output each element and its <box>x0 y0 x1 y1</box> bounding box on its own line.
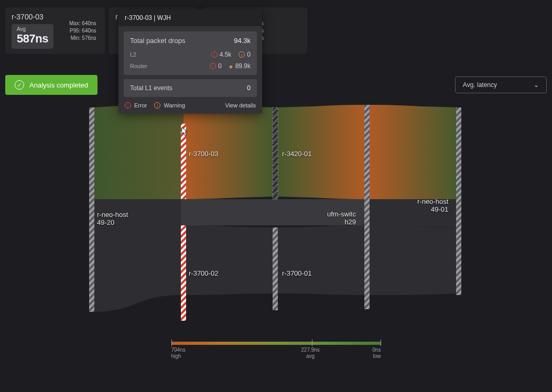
l1-events-block: Total L1 events 0 <box>124 79 257 97</box>
max: Max: 640ns <box>69 20 96 27</box>
error-icon: ! <box>211 51 218 58</box>
selector-label: Avg. latency <box>463 81 497 89</box>
legend-high-val: 704ns <box>171 347 186 353</box>
cards-row: r-3700-03 Avg 587ns Max: 640ns P95: 640n… <box>0 0 552 54</box>
legend-avg-label: avg <box>306 353 315 359</box>
metric-selector[interactable]: Avg. latency ⌄ <box>455 77 547 93</box>
svg-rect-6 <box>89 107 94 312</box>
legend-high-label: high <box>171 353 181 359</box>
l1-label: Total L1 events <box>130 84 172 92</box>
card-stats: Max: 640ns P95: 640ns Min: 576ns <box>69 20 96 42</box>
card-0[interactable]: r-3700-03 Avg 587ns Max: 640ns P95: 640n… <box>5 7 105 54</box>
svg-rect-9 <box>273 107 278 199</box>
row-label: Router <box>130 63 147 69</box>
svg-rect-12 <box>456 107 461 295</box>
warning-icon: i <box>154 102 160 108</box>
router-warn: 89.9k <box>235 62 251 70</box>
l2-warn: 0 <box>247 51 251 58</box>
wjh-tooltip: r-3700-03 | WJH Total packet drops 94.3k… <box>118 9 262 114</box>
total-drops-value: 94.3k <box>234 37 251 45</box>
check-icon: ✓ <box>15 80 24 90</box>
error-icon: ! <box>125 102 131 108</box>
packet-drops-block: Total packet drops 94.3k L2 !4.5k i0 Rou… <box>124 31 257 75</box>
row-label: L2 <box>130 51 136 58</box>
legend-avg-val: 227.9ns <box>301 347 320 353</box>
router-err: 0 <box>218 62 222 70</box>
min: Min: 576ns <box>69 35 96 42</box>
tooltip-title: r-3700-03 | WJH <box>118 9 262 26</box>
svg-rect-10 <box>273 227 278 310</box>
l2-err: 4.5k <box>220 51 232 58</box>
avg-value: 587ns <box>17 32 48 46</box>
legend-error: Error <box>134 102 147 108</box>
svg-rect-8 <box>181 199 186 225</box>
legend-low-val: 0ns <box>372 347 381 353</box>
svg-rect-11 <box>364 105 370 309</box>
card-title: r-3700-03 <box>12 13 53 21</box>
total-drops-label: Total packet drops <box>130 37 186 45</box>
status-label: Analysis completed <box>29 81 88 89</box>
analysis-status: ✓ Analysis completed <box>5 75 98 95</box>
l1-value: 0 <box>247 84 251 92</box>
avg-label: Avg <box>17 26 48 32</box>
warning-icon: ◆ <box>229 64 233 68</box>
avg-badge: Avg 587ns <box>12 24 53 49</box>
legend-warning: Warning <box>164 102 185 108</box>
view-details-link[interactable]: View details <box>225 102 256 108</box>
latency-legend: 704nshigh 227.9nsavg 0nslow <box>171 342 381 360</box>
error-icon: ! <box>210 63 216 69</box>
p95: P95: 640ns <box>69 27 96 35</box>
sankey-chart[interactable]: r-neo-host49-20 r-3700-03 r-3420-01 ufm-… <box>0 105 552 325</box>
chevron-down-icon: ⌄ <box>534 81 539 89</box>
legend-low-label: low <box>373 353 381 359</box>
warning-icon: i <box>239 51 245 58</box>
